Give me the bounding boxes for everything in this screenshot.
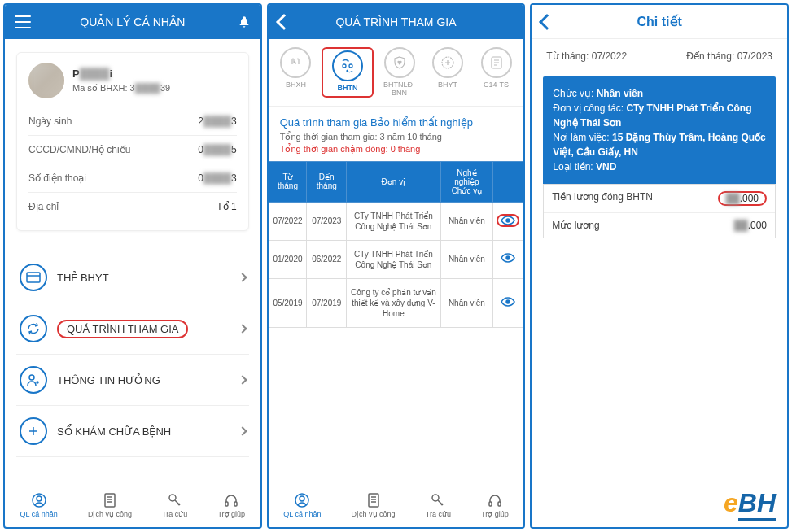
svg-point-24 [300,496,304,501]
menu-label: QUÁ TRÌNH THAM GIA [57,320,230,338]
chevron-right-icon [238,273,247,281]
table-row: 01/202006/2022CTy TNHH Phát Triển Công N… [269,240,523,278]
menu-label: THÔNG TIN HƯỞNG [57,374,230,386]
bottom-nav: QL cá nhân Dịch vụ công Tra cứu Trợ giúp [269,482,524,527]
header: QUÁ TRÌNH THAM GIA [269,5,524,39]
svg-point-21 [506,256,510,259]
shield-heart-icon [384,47,415,78]
svg-rect-6 [105,494,115,507]
back-icon[interactable] [539,14,555,30]
svg-point-29 [432,495,439,501]
nav-search[interactable]: Tra cứu [426,492,451,518]
nav-personal[interactable]: QL cá nhân [283,492,321,518]
header-title: QUÁ TRÌNH THAM GIA [335,15,456,28]
nav-help[interactable]: Trợ giúp [217,492,245,518]
search-key-icon [430,492,446,508]
eye-icon[interactable] [501,255,515,264]
document-lines-icon [481,47,512,78]
th-job: Nghề nghiệp Chức vụ [440,161,493,202]
profile-row-id: CCCD/CMND/Hộ chiếu 0████5 [28,135,237,164]
svg-rect-12 [234,502,237,506]
svg-rect-11 [225,502,228,506]
tab-row: BHXH BHTN BHTNLĐ-BNN BHYT C14-TS [269,39,524,107]
cell-job: Nhân viên [440,278,493,327]
profile-row-address: Địa chỉ Tổ 1 [28,192,237,220]
document-icon [102,492,118,508]
svg-point-13 [343,64,346,68]
menu-item-bhyt-card[interactable]: THẺ BHYT [16,252,249,303]
svg-rect-31 [498,502,501,506]
cell-to: 07/2019 [307,278,347,327]
tab-bhtn[interactable]: BHTN [322,47,374,98]
svg-point-5 [37,496,42,501]
th-from: Từ tháng [269,161,307,202]
menu-item-participation[interactable]: QUÁ TRÌNH THAM GIA [16,303,249,355]
user-circle-icon [31,492,47,508]
bottom-nav: QL cá nhân Dịch vụ công Tra cứu Trợ giúp [5,482,260,527]
svg-rect-0 [27,273,40,282]
tab-bhyt[interactable]: BHYT [425,47,470,98]
table-row: 07/202207/2023CTy TNHH Phát Triển Công N… [269,202,523,240]
ebh-logo: eBH [724,488,776,521]
svg-point-20 [506,219,510,222]
info-box: Chức vụ: Nhân viên Đơn vị công tác: CTy … [543,76,776,184]
cell-from: 01/2020 [269,240,307,278]
people-cycle-icon [332,50,363,81]
tab-bhxh[interactable]: BHXH [273,47,319,98]
salary-table: Tiền lương đóng BHTN ██.000 Mức lương ██… [543,184,776,238]
svg-point-14 [349,64,352,68]
participation-table: Từ tháng Đến tháng Đơn vị Nghề nghiệp Ch… [269,161,524,328]
svg-rect-25 [369,494,378,507]
hamburger-icon[interactable] [15,15,31,28]
cell-to: 06/2022 [307,240,347,278]
nav-services[interactable]: Dịch vụ công [352,492,396,518]
nav-personal[interactable]: QL cá nhân [20,492,58,518]
headset-icon [223,492,239,508]
header-title: Chi tiết [637,14,682,29]
tab-c14ts[interactable]: C14-TS [474,47,519,98]
bell-icon[interactable] [238,15,251,29]
cell-action [493,202,523,240]
profile-card: P████i Mã số BHXH: 3████39 Ngày sinh 2██… [16,52,249,231]
nav-services[interactable]: Dịch vụ công [88,492,132,518]
document-icon [365,492,382,508]
medical-plus-icon [432,47,463,78]
cell-unit: Công ty cổ phần tư vấn thiết kế và xây d… [347,278,440,327]
cell-action [493,240,523,278]
eye-icon[interactable] [497,214,519,227]
screen-participation: QUÁ TRÌNH THAM GIA BHXH BHTN BHTNLĐ-BNN … [267,3,526,529]
header: QUẢN LÝ CÁ NHÂN [5,5,260,39]
cell-unit: CTy TNHH Phát Triển Công Nghệ Thái Sơn [347,202,440,240]
user-circle-icon [294,492,310,508]
menu-item-medical[interactable]: SỔ KHÁM CHỮA BỆNH [16,406,249,457]
header-title: QUẢN LÝ CÁ NHÂN [80,15,185,28]
user-info-icon [20,366,47,394]
table-row: 05/201907/2019Công ty cổ phần tư vấn thi… [269,278,523,327]
tab-bhtnld[interactable]: BHTNLĐ-BNN [377,47,422,98]
th-action [493,161,523,202]
chevron-right-icon [238,375,247,384]
back-icon[interactable] [276,14,292,30]
nav-help[interactable]: Trợ giúp [481,492,509,518]
plus-icon [20,417,47,445]
refresh-icon [20,315,47,342]
screen-profile: QUẢN LÝ CÁ NHÂN P████i Mã số BHXH: 3████… [3,3,262,529]
cell-job: Nhân viên [440,240,493,278]
svg-point-3 [37,382,38,383]
eye-icon[interactable] [501,299,515,308]
svg-point-10 [169,495,176,501]
cell-job: Nhân viên [440,202,493,240]
menu-item-benefit[interactable]: THÔNG TIN HƯỞNG [16,355,249,406]
cell-unit: CTy TNHH Phát Triển Công Nghệ Thái Sơn [347,240,440,278]
chevron-right-icon [238,426,247,435]
cell-from: 07/2022 [269,202,307,240]
profile-row-dob: Ngày sinh 2████3 [28,107,237,135]
screen-detail: Chi tiết Từ tháng: 07/2022 Đến tháng: 07… [530,3,789,529]
header: Chi tiết [532,5,787,39]
cell-to: 07/2023 [307,202,347,240]
profile-id: Mã số BHXH: 3████39 [72,83,170,94]
menu-label: THẺ BHYT [57,272,230,284]
cell-action [493,278,523,327]
svg-point-2 [29,375,34,380]
nav-search[interactable]: Tra cứu [162,492,187,518]
